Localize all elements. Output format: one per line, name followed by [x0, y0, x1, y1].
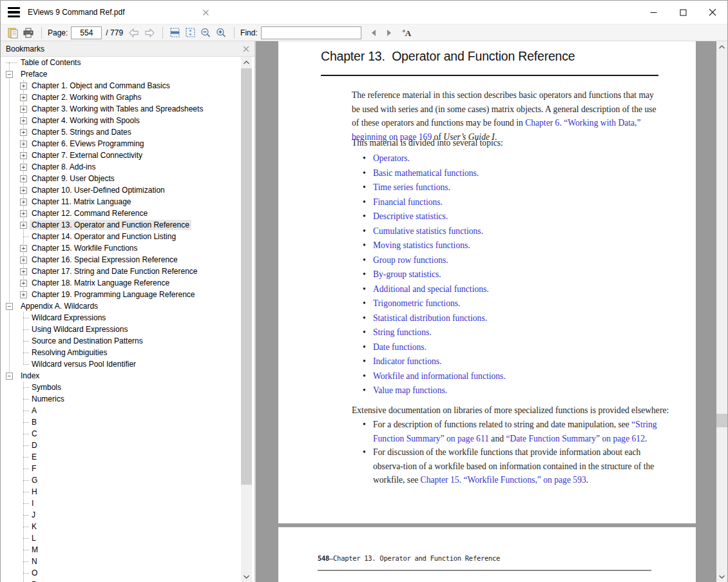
bookmark-item[interactable]: +Chapter 5. Strings and Dates [1, 126, 254, 138]
topic-link[interactable]: Workfile and informational functions. [373, 371, 506, 381]
bookmark-item[interactable]: Source and Destination Patterns [1, 335, 254, 347]
document-tab[interactable]: EViews 9 Command Ref.pdf [26, 1, 215, 24]
bookmark-item[interactable]: H [1, 486, 254, 498]
bookmark-item[interactable]: Wildcard versus Pool Identifier [1, 358, 254, 370]
bookmark-item[interactable]: +Chapter 9. User Objects [1, 173, 254, 184]
collapse-icon[interactable]: − [6, 303, 13, 310]
ref-link[interactable]: “Date Function Summary” on page 612 [506, 434, 645, 443]
menu-button[interactable] [1, 1, 26, 24]
topic-link[interactable]: Financial functions. [373, 197, 443, 207]
expand-icon[interactable]: + [20, 152, 27, 159]
bookmark-item[interactable]: N [1, 556, 254, 567]
bookmark-item[interactable]: M [1, 544, 254, 556]
bookmark-item[interactable]: J [1, 509, 254, 521]
bookmark-item[interactable]: +Chapter 17. String and Date Function Re… [1, 266, 254, 277]
bookmark-item[interactable]: F [1, 463, 254, 474]
scroll-up-icon[interactable] [241, 57, 252, 68]
bookmark-item[interactable]: +Chapter 15. Workfile Functions [1, 242, 254, 254]
bookmark-item[interactable]: D [1, 440, 254, 451]
scroll-down-icon[interactable] [716, 571, 727, 582]
bookmark-item[interactable]: +Chapter 18. Matrix Language Reference [1, 277, 254, 289]
topic-link[interactable]: Descriptive statistics. [373, 211, 448, 221]
bookmark-item[interactable]: Numerics [1, 393, 254, 405]
collapse-icon[interactable]: − [6, 373, 13, 380]
bookmark-item[interactable]: E [1, 451, 254, 463]
topic-link[interactable]: Indicator functions. [373, 356, 441, 366]
previous-page-button[interactable] [127, 26, 141, 40]
bookmark-item[interactable]: +Chapter 11. Matrix Language [1, 196, 254, 208]
bookmark-item[interactable]: +Chapter 7. External Connectivity [1, 150, 254, 161]
bookmark-item[interactable]: +Chapter 10. User-Defined Optimization [1, 184, 254, 196]
expand-icon[interactable]: + [20, 257, 27, 264]
bookmark-item[interactable]: Resolving Ambiguities [1, 347, 254, 358]
bookmark-item[interactable]: +Chapter 1. Object and Command Basics [1, 80, 254, 92]
expand-icon[interactable]: + [20, 280, 27, 287]
scroll-up-icon[interactable] [716, 41, 727, 52]
bookmark-item[interactable]: Chapter 14. Operator and Function Listin… [1, 231, 254, 242]
expand-icon[interactable]: + [20, 106, 27, 113]
minimize-button[interactable] [638, 1, 668, 24]
bookmark-item[interactable]: +Chapter 3. Working with Tables and Spre… [1, 103, 254, 115]
topic-link[interactable]: Basic mathematical functions. [373, 168, 479, 178]
close-button[interactable] [698, 1, 727, 24]
topic-link[interactable]: Time series functions. [373, 182, 450, 192]
bookmark-item[interactable]: −Preface [1, 68, 254, 80]
bookmark-item[interactable]: Table of Contents [1, 57, 254, 68]
page-number-input[interactable] [71, 26, 102, 39]
bookmark-item[interactable]: +Chapter 16. Special Expression Referenc… [1, 254, 254, 266]
expand-icon[interactable]: + [20, 175, 27, 182]
bookmark-item[interactable]: P [1, 579, 254, 582]
expand-icon[interactable]: + [20, 210, 27, 217]
fit-width-button[interactable] [168, 26, 182, 40]
topic-link[interactable]: Additional and special functions. [373, 284, 489, 294]
bookmark-item[interactable]: +Chapter 12. Command Reference [1, 208, 254, 219]
sidebar-scrollbar[interactable] [241, 57, 252, 582]
match-case-icon[interactable]: aA [403, 28, 411, 37]
topic-link[interactable]: Date functions. [373, 342, 426, 352]
bookmark-item[interactable]: +Chapter 13. Operator and Function Refer… [1, 219, 254, 231]
expand-icon[interactable]: + [20, 268, 27, 275]
bookmark-item[interactable]: Symbols [1, 382, 254, 393]
bookmark-item[interactable]: +Chapter 19. Programming Language Refere… [1, 289, 254, 300]
content-scrollbar[interactable] [716, 41, 727, 582]
expand-icon[interactable]: + [20, 94, 27, 101]
topic-link[interactable]: Statistical distribution functions. [373, 313, 487, 323]
expand-icon[interactable]: + [20, 117, 27, 124]
fit-page-button[interactable] [183, 26, 197, 40]
sidebar-scrollbar-thumb[interactable] [241, 68, 252, 485]
ref-link[interactable]: Chapter 15. “Workfile Functions,” on pag… [421, 475, 586, 485]
bookmark-item[interactable]: −Index [1, 370, 254, 382]
bookmark-item[interactable]: B [1, 416, 254, 428]
expand-icon[interactable]: + [20, 199, 27, 206]
bookmark-item[interactable]: I [1, 498, 254, 509]
tab-close-icon[interactable] [200, 7, 211, 17]
print-button[interactable] [21, 26, 35, 40]
expand-icon[interactable]: + [20, 187, 27, 194]
bookmark-item[interactable]: Wildcard Expressions [1, 312, 254, 324]
find-input[interactable] [261, 26, 361, 39]
expand-icon[interactable]: + [20, 222, 27, 229]
bookmark-item[interactable]: C [1, 428, 254, 440]
zoom-out-button[interactable] [198, 26, 213, 40]
find-previous-button[interactable] [367, 26, 381, 40]
bookmark-item[interactable]: −Appendix A. Wildcards [1, 300, 254, 312]
zoom-in-button[interactable] [214, 26, 228, 40]
bookmarks-close-icon[interactable] [243, 46, 249, 52]
topic-link[interactable]: Cumulative statistics functions. [373, 226, 483, 236]
bookmark-item[interactable]: L [1, 532, 254, 544]
topic-link[interactable]: Moving statistics functions. [373, 240, 470, 250]
pdf-content-area[interactable]: Chapter 13. Operator and Function Refere… [256, 41, 727, 582]
next-page-button[interactable] [142, 26, 157, 40]
topic-link[interactable]: Group row functions. [373, 255, 448, 265]
expand-icon[interactable]: + [20, 291, 27, 298]
collapse-icon[interactable]: − [6, 71, 13, 78]
maximize-button[interactable] [668, 1, 698, 24]
expand-icon[interactable]: + [20, 129, 27, 136]
bookmark-item[interactable]: A [1, 405, 254, 416]
bookmark-item[interactable]: K [1, 521, 254, 532]
bookmark-item[interactable]: +Chapter 6. EViews Programming [1, 138, 254, 150]
topic-link[interactable]: By-group statistics. [373, 269, 441, 279]
bookmark-item[interactable]: Using Wildcard Expressions [1, 324, 254, 335]
topic-link[interactable]: Operators. [373, 153, 410, 163]
expand-icon[interactable]: + [20, 82, 27, 90]
